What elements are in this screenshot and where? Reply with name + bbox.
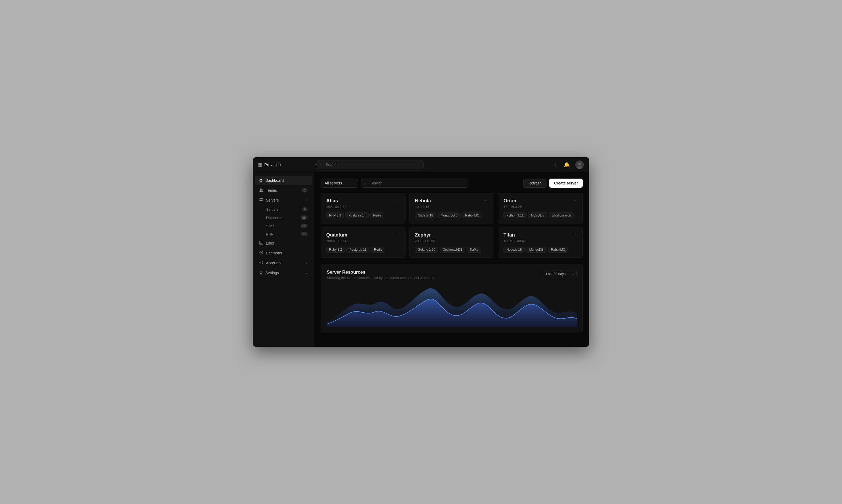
app-window: ▦ Provision ▾ ⌕ ☽ 🔔 [253, 157, 589, 347]
server-tag: Node.js 18 [415, 213, 436, 218]
sub-sites-label: Sites [266, 224, 301, 228]
server-tags: Ruby 3.2Postgres 13Redis [326, 247, 400, 253]
svg-point-16 [261, 252, 262, 253]
sidebar: ⊙ Dashboard Teams 5 [253, 172, 314, 347]
server-tag: Postgres 13 [346, 247, 370, 253]
topbar-actions: Refresh Create server [523, 179, 583, 188]
server-tag: Kafka [467, 247, 481, 253]
create-server-button[interactable]: Create server [549, 179, 583, 188]
server-tags: Node.js 18MongoDBRabbitMQ [503, 247, 577, 253]
content-search-input[interactable] [361, 179, 468, 188]
sub-php-badge: 11 [301, 232, 307, 236]
sidebar-item-settings-label: Settings [265, 271, 303, 275]
server-card-more-button[interactable]: ··· [483, 198, 488, 203]
dashboard-icon: ⊙ [259, 178, 263, 183]
sidebar-item-settings[interactable]: ⚙ Settings ∨ [255, 268, 312, 277]
server-tag: Redis [371, 247, 385, 253]
sub-php-label: PHP [266, 232, 301, 236]
refresh-button[interactable]: Refresh [523, 179, 547, 188]
sidebar-item-dashboard-label: Dashboard [265, 178, 307, 183]
server-card-header: Nebula ··· [415, 198, 488, 204]
sidebar-item-dashboard[interactable]: ⊙ Dashboard [255, 176, 312, 185]
app-header: ▦ Provision ▾ ⌕ ☽ 🔔 [253, 157, 589, 172]
header-search-input[interactable] [317, 160, 424, 169]
server-card-name: Zephyr [415, 232, 431, 238]
server-card[interactable]: Titan ··· 198.51.100.42 Node.js 18MongoD… [498, 227, 583, 258]
header-search-area: ⌕ [317, 160, 424, 169]
server-tags: Golang 1.20CockroachDBKafka [415, 247, 488, 253]
server-card-ip: 172.16.3.25 [503, 205, 577, 209]
period-select[interactable]: Last 7 days Last 30 days Last 3 months [542, 270, 577, 278]
server-card-ip: 203.0.113.60 [415, 239, 488, 243]
settings-chevron-icon: ∨ [305, 271, 307, 275]
server-tag: Node.js 18 [503, 247, 524, 253]
server-card[interactable]: Zephyr ··· 203.0.113.60 Golang 1.20Cockr… [409, 227, 494, 258]
content-search-icon: ⌕ [364, 181, 366, 185]
server-tag: RabbitMQ [462, 213, 482, 218]
server-tag: PHP 8.3 [326, 213, 344, 218]
sidebar-item-daemons-label: Daemons [266, 251, 307, 255]
header-brand: ▦ Provision ▾ [258, 162, 317, 167]
resources-subtitle: Showing the total resources used by the … [327, 276, 435, 280]
server-card-name: Titan [503, 232, 515, 238]
svg-point-1 [578, 163, 581, 165]
sub-databases-label: Databases [266, 216, 301, 220]
sub-databases-badge: 28 [301, 215, 307, 220]
server-card-more-button[interactable]: ··· [394, 232, 400, 238]
avatar-icon [575, 160, 584, 169]
server-card-header: Quantum ··· [326, 232, 400, 238]
sidebar-item-logs[interactable]: Logs [255, 238, 312, 248]
server-card[interactable]: Quantum ··· 198.51.100.45 Ruby 3.2Postgr… [321, 227, 406, 258]
sidebar-sub-item-php[interactable]: PHP 11 [255, 230, 312, 238]
server-card-more-button[interactable]: ··· [394, 198, 400, 203]
server-card-name: Atlas [326, 198, 338, 204]
server-filter-select[interactable]: All servers Active Inactive [321, 179, 358, 188]
svg-point-3 [260, 188, 261, 190]
server-grid: Atlas ··· 192.168.1.10 PHP 8.3Postgres 1… [321, 193, 583, 258]
server-card-more-button[interactable]: ··· [572, 198, 577, 203]
server-tag: Elasticsearch [549, 213, 574, 218]
svg-point-4 [261, 189, 263, 190]
notifications-button[interactable]: 🔔 [562, 160, 571, 169]
content-topbar: All servers Active Inactive ⌄ ⌕ Refresh … [321, 179, 583, 188]
server-card-name: Orion [503, 198, 516, 204]
server-tag: MySQL 8 [528, 213, 547, 218]
server-tag: Python 3.11 [503, 213, 526, 218]
avatar[interactable] [575, 160, 584, 169]
server-card[interactable]: Orion ··· 172.16.3.25 Python 3.11MySQL 8… [498, 193, 583, 223]
server-card-header: Zephyr ··· [415, 232, 488, 238]
accounts-chevron-icon: ∨ [305, 262, 307, 265]
server-card[interactable]: Nebula ··· 10.0.0.15 Node.js 18MongoDB 6… [409, 193, 494, 223]
sidebar-item-accounts[interactable]: Accounts ∨ [255, 258, 312, 268]
server-card-ip: 198.51.100.45 [326, 239, 400, 243]
header-search-icon: ⌕ [320, 163, 322, 166]
server-tags: Node.js 18MongoDB 6RabbitMQ [415, 213, 488, 218]
sidebar-item-servers[interactable]: Servers ∧ [255, 195, 312, 205]
sidebar-item-daemons[interactable]: Daemons [255, 248, 312, 258]
settings-icon: ⚙ [259, 270, 263, 275]
servers-icon [259, 198, 263, 203]
sidebar-sub-item-servers[interactable]: Servers 6 [255, 205, 312, 213]
sidebar-sub-menu: Servers 6 Databases 28 Sites 25 PHP 11 [253, 205, 314, 238]
teams-icon [259, 188, 263, 193]
server-tag: Postgres 14 [345, 213, 369, 218]
sidebar-item-teams[interactable]: Teams 5 [255, 185, 312, 195]
sidebar-sub-item-databases[interactable]: Databases 28 [255, 214, 312, 221]
resources-header: Server Resources Showing the total resou… [327, 270, 577, 280]
main-content: All servers Active Inactive ⌄ ⌕ Refresh … [314, 172, 589, 347]
sidebar-sub-item-sites[interactable]: Sites 25 [255, 222, 312, 230]
server-card[interactable]: Atlas ··· 192.168.1.10 PHP 8.3Postgres 1… [321, 193, 406, 223]
dark-mode-button[interactable]: ☽ [550, 160, 558, 169]
logs-icon [259, 241, 263, 246]
server-card-header: Atlas ··· [326, 198, 400, 204]
server-card-more-button[interactable]: ··· [572, 232, 577, 238]
server-tag: Ruby 3.2 [326, 247, 345, 253]
server-tag: Golang 1.20 [415, 247, 438, 253]
sidebar-item-logs-label: Logs [266, 241, 307, 245]
server-card-ip: 192.168.1.10 [326, 205, 400, 209]
server-card-more-button[interactable]: ··· [483, 232, 488, 238]
server-tag: RabbitMQ [548, 247, 568, 253]
svg-point-10 [262, 200, 263, 201]
server-card-ip: 10.0.0.15 [415, 205, 488, 209]
resources-chart [327, 284, 577, 327]
